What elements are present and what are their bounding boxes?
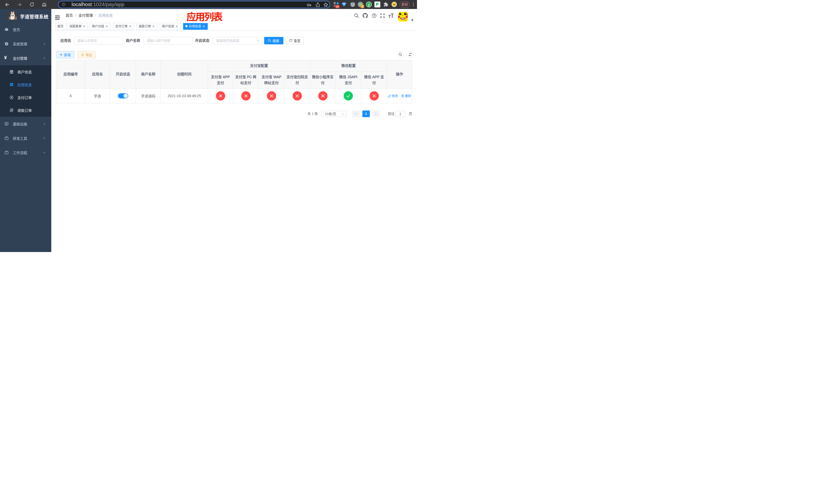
svg-text:y: y <box>368 3 370 6</box>
